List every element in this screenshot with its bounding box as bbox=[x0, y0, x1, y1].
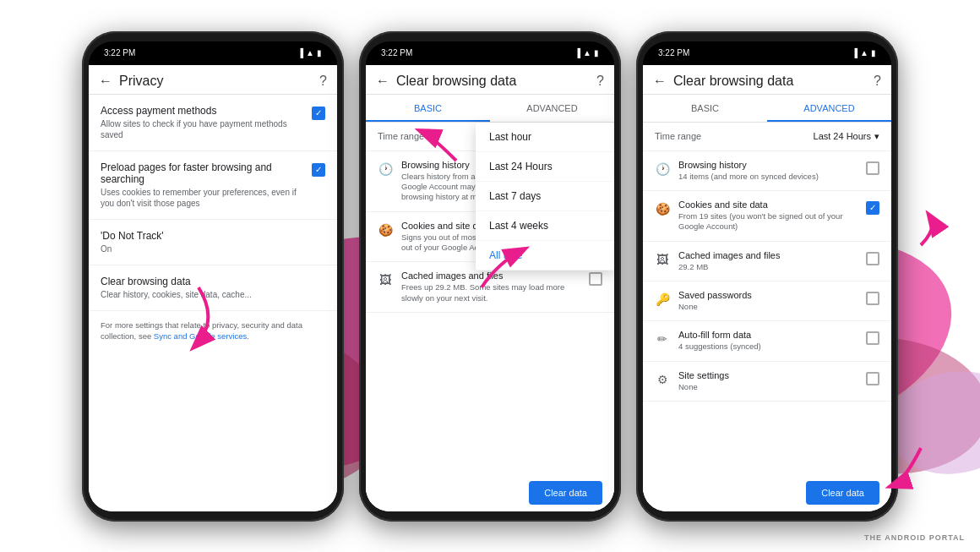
privacy-item-payment-check[interactable]: ✓ bbox=[312, 107, 325, 120]
phone3-time-range-label: Time range bbox=[655, 131, 701, 141]
phone3-autofill-sub: 4 suggestions (synced) bbox=[678, 342, 858, 352]
clock-icon: 🕐 bbox=[378, 161, 393, 177]
privacy-item-preload-title: Preload pages for faster browsing and se… bbox=[101, 161, 305, 185]
phone3-clear-button[interactable]: Clear data bbox=[806, 481, 879, 505]
privacy-item-dnt[interactable]: 'Do Not Track' On bbox=[89, 220, 337, 265]
phone3-signal-icon: ▐ bbox=[852, 48, 858, 57]
privacy-item-payment[interactable]: Access payment methods Allow sites to ch… bbox=[89, 95, 337, 151]
phone3-cached-sub: 29.2 MB bbox=[678, 262, 858, 272]
phone3-content: 🕐 Browsing history 14 items (and more on… bbox=[643, 151, 891, 511]
phone3-clear-btn-row: Clear data bbox=[643, 474, 891, 511]
dropdown-last-4w[interactable]: Last 4 weeks bbox=[476, 211, 614, 241]
phone3-autofill[interactable]: ✏ Auto-fill form data 4 suggestions (syn… bbox=[643, 321, 891, 361]
phone1-header-title: Privacy bbox=[119, 74, 313, 89]
phone1-wifi-icon: ▲ bbox=[306, 48, 314, 57]
phone3-status-time: 3:22 PM bbox=[658, 48, 689, 57]
phone3-history-check[interactable] bbox=[866, 161, 879, 175]
dropdown-all-time[interactable]: All time bbox=[476, 241, 614, 271]
phone3-passwords-sub: None bbox=[678, 302, 858, 312]
phone3-time-range[interactable]: Time range Last 24 Hours ▾ bbox=[643, 123, 891, 151]
phone3-site-settings-title: Site settings bbox=[678, 370, 858, 380]
phone3-key-icon: 🔑 bbox=[655, 292, 670, 307]
dropdown-last-7d[interactable]: Last 7 days bbox=[476, 182, 614, 211]
phone3-passwords[interactable]: 🔑 Saved passwords None bbox=[643, 281, 891, 321]
phone3-cookie-icon: 🍪 bbox=[655, 201, 670, 216]
privacy-item-payment-sub: Allow sites to check if you have payment… bbox=[101, 118, 305, 140]
phone2-cached-check[interactable] bbox=[589, 272, 602, 286]
phone3-site-settings-check[interactable] bbox=[866, 372, 879, 385]
phone3-cookies[interactable]: 🍪 Cookies and site data From 19 sites (y… bbox=[643, 191, 891, 242]
phone3-cookies-sub: From 19 sites (you won't be signed out o… bbox=[678, 211, 858, 232]
phone2-help-icon[interactable]: ? bbox=[596, 74, 604, 89]
phone3-header-title: Clear browsing data bbox=[673, 74, 867, 89]
privacy-item-payment-title: Access payment methods bbox=[101, 105, 305, 117]
phone2-signal-icon: ▐ bbox=[574, 48, 580, 57]
phone1-back-arrow[interactable]: ← bbox=[99, 74, 112, 89]
phone3-pencil-icon: ✏ bbox=[655, 331, 670, 347]
phone3-history-title: Browsing history bbox=[678, 160, 858, 170]
phone2-tabs: BASIC ADVANCED bbox=[366, 95, 614, 123]
phone2-time-range-label: Time range bbox=[378, 131, 424, 141]
dropdown-last-24h[interactable]: Last 24 Hours bbox=[476, 152, 614, 182]
phone2-clear-btn-row: Clear data bbox=[366, 474, 614, 511]
tab3-basic[interactable]: BASIC bbox=[643, 95, 767, 122]
phone2-back-arrow[interactable]: ← bbox=[376, 74, 389, 89]
privacy-footer: For more settings that relate to privacy… bbox=[89, 311, 337, 351]
dropdown-last-hour[interactable]: Last hour bbox=[476, 123, 614, 152]
phone2-status-time: 3:22 PM bbox=[381, 48, 412, 57]
sync-link[interactable]: Sync and Google services bbox=[154, 331, 247, 341]
phone3-help-icon[interactable]: ? bbox=[874, 74, 881, 89]
phone2-clear-button[interactable]: Clear data bbox=[529, 481, 602, 505]
phone1-screen-content: Access payment methods Allow sites to ch… bbox=[89, 95, 337, 511]
privacy-item-clear-title: Clear browsing data bbox=[101, 276, 325, 287]
phone2-wifi-icon: ▲ bbox=[583, 48, 591, 57]
phone1-help-icon[interactable]: ? bbox=[319, 74, 327, 89]
phone3-history-sub: 14 items (and more on synced devices) bbox=[678, 172, 858, 182]
phone3-back-arrow[interactable]: ← bbox=[653, 74, 667, 89]
privacy-item-preload[interactable]: Preload pages for faster browsing and se… bbox=[89, 151, 337, 220]
phone-3: 3:22 PM ▐ ▲ ▮ ← Clear browsing data ? BA… bbox=[636, 31, 898, 522]
phone2-cached-sub: Frees up 29.2 MB. Some sites may load mo… bbox=[401, 282, 580, 303]
phone1-battery-icon: ▮ bbox=[317, 48, 322, 57]
phone2-cached-title: Cached images and files bbox=[401, 271, 580, 281]
privacy-item-preload-check[interactable]: ✓ bbox=[312, 163, 325, 177]
phone3-image-icon: 🖼 bbox=[655, 252, 670, 267]
phone3-cached[interactable]: 🖼 Cached images and files 29.2 MB bbox=[643, 242, 891, 281]
privacy-item-clear-sub: Clear history, cookies, site data, cache… bbox=[101, 289, 325, 300]
phone3-time-range-value[interactable]: Last 24 Hours ▾ bbox=[814, 131, 879, 142]
phone3-clock-icon: 🕐 bbox=[655, 161, 670, 177]
phone3-history[interactable]: 🕐 Browsing history 14 items (and more on… bbox=[643, 151, 891, 191]
phone3-passwords-check[interactable] bbox=[866, 292, 879, 305]
phone-2: 3:22 PM ▐ ▲ ▮ ← Clear browsing data ? BA… bbox=[359, 31, 621, 522]
phone3-settings-icon: ⚙ bbox=[655, 372, 670, 387]
tab-advanced[interactable]: ADVANCED bbox=[490, 95, 614, 122]
privacy-item-dnt-title: 'Do Not Track' bbox=[101, 230, 325, 242]
phone3-battery-icon: ▮ bbox=[871, 48, 876, 57]
phone3-cached-check[interactable] bbox=[866, 252, 879, 265]
phone3-autofill-title: Auto-fill form data bbox=[678, 330, 858, 340]
cookie-icon: 🍪 bbox=[378, 222, 393, 238]
watermark: THE ANDROID PORTAL bbox=[864, 533, 965, 542]
privacy-item-preload-sub: Uses cookies to remember your preference… bbox=[101, 187, 305, 209]
phone3-autofill-check[interactable] bbox=[866, 331, 879, 345]
phone2-header-title: Clear browsing data bbox=[396, 74, 590, 89]
phone3-cookies-check[interactable]: ✓ bbox=[866, 201, 879, 215]
tab-basic[interactable]: BASIC bbox=[366, 95, 490, 122]
phone2-battery-icon: ▮ bbox=[594, 48, 599, 57]
tab3-advanced[interactable]: ADVANCED bbox=[767, 95, 891, 122]
image-icon: 🖼 bbox=[378, 272, 393, 287]
phone3-site-settings-sub: None bbox=[678, 382, 858, 392]
phone-1: 3:22 PM ▐ ▲ ▮ ← Privacy ? Access payment… bbox=[82, 31, 344, 522]
phone3-cached-title: Cached images and files bbox=[678, 250, 858, 260]
phone3-site-settings[interactable]: ⚙ Site settings None bbox=[643, 362, 891, 402]
phone2-dropdown: Last hour Last 24 Hours Last 7 days Last… bbox=[476, 123, 614, 271]
privacy-item-clear[interactable]: Clear browsing data Clear history, cooki… bbox=[89, 265, 337, 311]
privacy-item-dnt-sub: On bbox=[101, 243, 325, 254]
phone1-status-time: 3:22 PM bbox=[104, 48, 135, 57]
phone1-signal-icon: ▐ bbox=[297, 48, 303, 57]
phone3-cookies-title: Cookies and site data bbox=[678, 199, 858, 210]
phone3-tabs: BASIC ADVANCED bbox=[643, 95, 891, 123]
phone3-wifi-icon: ▲ bbox=[860, 48, 868, 57]
phone3-passwords-title: Saved passwords bbox=[678, 290, 858, 300]
